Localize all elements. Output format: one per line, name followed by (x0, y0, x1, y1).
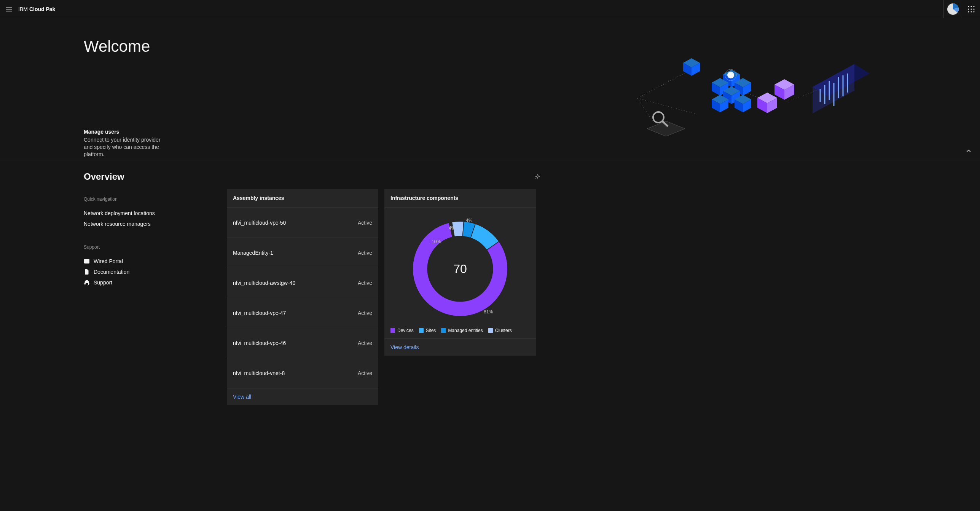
chevron-up-icon (966, 148, 972, 154)
infra-view-details-link[interactable]: View details (384, 339, 536, 356)
chart-label-clusters: 4% (466, 218, 472, 223)
svg-marker-28 (743, 83, 751, 96)
svg-point-5 (970, 6, 972, 7)
svg-line-16 (662, 121, 668, 126)
legend-swatch (488, 328, 493, 333)
quicknav-link-deployment-locations[interactable]: Network deployment locations (84, 208, 221, 219)
svg-marker-32 (712, 95, 728, 104)
support-link-wired-portal[interactable]: Wired Portal (84, 256, 221, 267)
infrastructure-components-card: Infrastructure components 70 4% 4% 10% 8… (384, 189, 536, 356)
svg-rect-0 (6, 7, 12, 8)
instance-status: Active (358, 370, 372, 376)
svg-point-12 (973, 11, 974, 12)
infra-total-value: 70 (453, 262, 467, 276)
svg-marker-29 (723, 86, 740, 96)
legend-item: Sites (419, 328, 436, 333)
legend-label: Devices (397, 328, 414, 333)
svg-marker-42 (767, 98, 777, 113)
support-link-documentation[interactable]: Documentation (84, 267, 221, 277)
terminal-icon (84, 258, 90, 264)
svg-point-10 (968, 11, 969, 12)
svg-point-38 (727, 72, 734, 78)
svg-marker-20 (723, 70, 740, 79)
svg-point-9 (973, 8, 974, 10)
manage-users-description: Connect to your identity provider and sp… (84, 136, 164, 158)
app-switcher-button[interactable] (962, 0, 980, 18)
brand-prefix: IBM (18, 6, 28, 12)
profile-button[interactable] (943, 0, 962, 18)
svg-point-11 (970, 11, 972, 12)
quicknav-link-resource-managers[interactable]: Network resource managers (84, 219, 221, 229)
svg-marker-47 (813, 64, 854, 113)
svg-marker-44 (774, 85, 784, 100)
svg-marker-43 (774, 79, 794, 90)
assembly-instance-row[interactable]: nfvi_multicloud-awstgw-40Active (227, 268, 378, 298)
assembly-instance-row[interactable]: nfvi_multicloud-vnet-8Active (227, 358, 378, 388)
svg-rect-56 (84, 259, 89, 263)
support-link-label: Wired Portal (94, 258, 123, 264)
legend-swatch (419, 328, 424, 333)
legend-label: Sites (426, 328, 436, 333)
svg-marker-17 (683, 58, 700, 67)
collapse-hero-button[interactable] (964, 147, 973, 156)
svg-marker-27 (735, 83, 743, 96)
support-link-label: Documentation (94, 269, 129, 275)
svg-marker-22 (731, 74, 740, 87)
svg-rect-1 (6, 9, 12, 10)
legend-item: Clusters (488, 328, 512, 333)
legend-swatch (441, 328, 446, 333)
assembly-instance-row[interactable]: nfvi_multicloud-vpc-47Active (227, 298, 378, 328)
header-right (943, 0, 980, 18)
page-title: Welcome (84, 37, 980, 57)
instance-status: Active (358, 250, 372, 256)
infra-chart-area: 70 4% 4% 10% 81% (384, 208, 536, 323)
legend-item: Devices (390, 328, 414, 333)
support-link-support[interactable]: Support (84, 277, 221, 288)
svg-marker-46 (813, 64, 870, 96)
hamburger-menu-button[interactable] (0, 0, 18, 18)
instance-name: nfvi_multicloud-vpc-47 (233, 310, 286, 316)
svg-marker-30 (723, 91, 731, 104)
svg-point-39 (725, 69, 736, 81)
svg-marker-25 (720, 83, 728, 96)
svg-rect-59 (88, 283, 89, 284)
assembly-view-all-link[interactable]: View all (227, 388, 378, 405)
assembly-card-title: Assembly instances (227, 189, 378, 208)
instance-status: Active (358, 340, 372, 346)
instance-name: nfvi_multicloud-vnet-8 (233, 370, 285, 376)
main-content: Overview Quick navigation Network deploy… (0, 159, 980, 428)
svg-marker-45 (784, 85, 794, 100)
svg-point-55 (537, 176, 538, 177)
profile-pie-icon (947, 3, 959, 15)
gear-icon (534, 174, 540, 180)
svg-rect-58 (84, 283, 86, 284)
svg-point-6 (973, 6, 974, 7)
svg-marker-24 (712, 83, 720, 96)
svg-marker-33 (712, 99, 720, 112)
svg-point-4 (968, 6, 969, 7)
assembly-instance-row[interactable]: nfvi_multicloud-vpc-50Active (227, 208, 378, 238)
assembly-instance-row[interactable]: nfvi_multicloud-vpc-46Active (227, 328, 378, 358)
content-row: Quick navigation Network deployment loca… (0, 189, 980, 405)
instance-status: Active (358, 220, 372, 226)
manage-users-card[interactable]: Manage users Connect to your identity pr… (84, 129, 175, 159)
support-group: Support Wired Portal Documentation Suppo… (84, 244, 221, 288)
quick-nav-label: Quick navigation (84, 196, 221, 202)
hero-banner: Welcome Manage users Connect to your ide… (0, 18, 980, 159)
svg-marker-34 (720, 99, 728, 112)
legend-label: Clusters (495, 328, 512, 333)
settings-button[interactable] (531, 171, 543, 183)
assembly-instance-row[interactable]: ManagedEntity-1Active (227, 238, 378, 268)
chart-label-devices: 81% (484, 309, 493, 315)
svg-marker-21 (723, 74, 731, 87)
svg-marker-35 (735, 95, 751, 104)
quick-nav-column: Quick navigation Network deployment loca… (84, 189, 221, 288)
hamburger-icon (5, 5, 13, 13)
svg-marker-36 (735, 99, 743, 112)
support-label: Support (84, 244, 221, 250)
assembly-instances-card: Assembly instances nfvi_multicloud-vpc-5… (227, 189, 378, 405)
infra-donut-chart: 70 4% 4% 10% 81% (411, 219, 510, 318)
svg-rect-2 (6, 11, 12, 11)
legend-swatch (390, 328, 395, 333)
svg-marker-26 (735, 78, 751, 87)
